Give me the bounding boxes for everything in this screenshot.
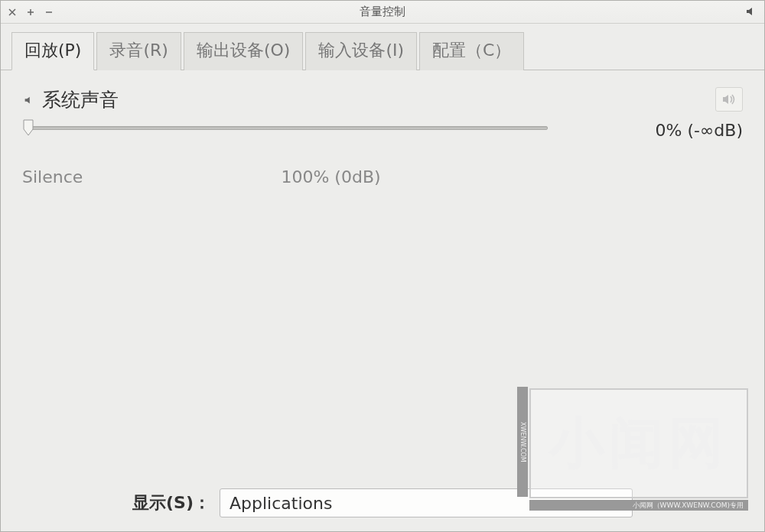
dropdown-value: Applications	[230, 494, 332, 513]
silence-label: Silence	[22, 167, 83, 187]
show-dropdown[interactable]: Applications	[220, 488, 633, 517]
mute-button[interactable]	[715, 87, 743, 112]
slider-track	[27, 126, 548, 130]
mid-label: 100% (0dB)	[281, 167, 380, 187]
stream-main: 系统声音 Silence 100% (0dB)	[22, 87, 640, 187]
volume-control-window: 音量控制 回放(P) 录音(R) 输出设备(O) 输入设备(I) 配置（C） 系…	[0, 0, 765, 532]
level-text: 0% (-∞dB)	[656, 121, 743, 140]
tab-playback[interactable]: 回放(P)	[11, 32, 94, 70]
slider-thumb[interactable]	[22, 118, 34, 137]
speaker-icon	[22, 94, 34, 106]
window-title: 音量控制	[360, 5, 405, 19]
volume-icon	[744, 5, 757, 21]
volume-slider-area: Silence 100% (0dB)	[22, 118, 640, 187]
minimize-icon[interactable]	[44, 7, 54, 18]
stream-title: 系统声音	[42, 87, 119, 112]
chevron-down-icon	[615, 494, 623, 513]
tab-bar: 回放(P) 录音(R) 输出设备(O) 输入设备(I) 配置（C）	[1, 24, 764, 70]
tab-input-devices[interactable]: 输入设备(I)	[305, 32, 417, 70]
window-controls	[7, 7, 54, 18]
maximize-icon[interactable]	[25, 7, 36, 18]
bottom-bar: 显示(S)： Applications	[1, 479, 764, 531]
speaker-mute-icon	[721, 92, 737, 106]
tab-configuration[interactable]: 配置（C）	[419, 32, 524, 70]
stream-row: 系统声音 Silence 100% (0dB)	[22, 87, 743, 187]
volume-slider[interactable]	[22, 118, 640, 144]
stream-side: 0% (-∞dB)	[640, 87, 743, 140]
tab-output-devices[interactable]: 输出设备(O)	[184, 32, 303, 70]
tab-recording[interactable]: 录音(R)	[96, 32, 181, 70]
show-label: 显示(S)：	[132, 491, 210, 514]
close-icon[interactable]	[7, 7, 18, 18]
content-area: 系统声音 Silence 100% (0dB)	[1, 70, 764, 479]
stream-header: 系统声音	[22, 87, 640, 112]
slider-labels: Silence 100% (0dB)	[22, 167, 640, 187]
titlebar: 音量控制	[1, 1, 764, 24]
